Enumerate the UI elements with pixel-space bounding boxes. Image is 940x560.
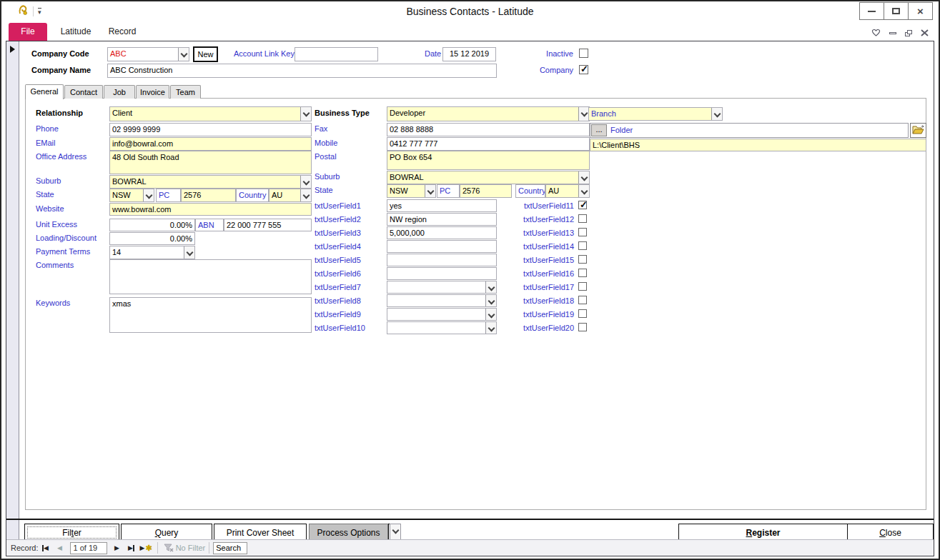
userfield16-label: txtUserField16: [483, 269, 574, 278]
userfield17-checkbox[interactable]: [578, 282, 587, 291]
favorite-heart-icon[interactable]: [871, 26, 881, 39]
payment-terms-dropdown-icon[interactable]: [184, 246, 195, 259]
userfield10-combobox[interactable]: [387, 321, 497, 334]
userfield18-checkbox[interactable]: [578, 296, 587, 304]
record-nav-label: Record:: [11, 544, 39, 552]
tab-invoice[interactable]: Invoice: [136, 85, 169, 99]
tab-job[interactable]: Job: [104, 85, 135, 99]
form-window: Company Code ABC New Account Link Key Da…: [6, 41, 934, 556]
userfield12-checkbox[interactable]: [578, 214, 587, 223]
userfield2-input[interactable]: NW region: [387, 213, 497, 226]
tab-general[interactable]: General: [25, 84, 64, 99]
fax-input[interactable]: 02 888 8888: [387, 123, 590, 136]
userfield5-label: txtUserField5: [315, 256, 361, 264]
userfield20-label: txtUserField20: [483, 324, 574, 332]
userfield16-checkbox[interactable]: [578, 269, 587, 277]
keywords-label: Keywords: [36, 299, 70, 307]
new-button[interactable]: New: [193, 46, 218, 62]
filter-funnel-icon[interactable]: [163, 542, 174, 554]
company-checkbox[interactable]: [579, 65, 588, 74]
unit-excess-input[interactable]: 0.00%: [109, 219, 195, 231]
branch-combobox[interactable]: Branch: [588, 107, 723, 121]
company-name-input[interactable]: ABC Construction: [107, 64, 497, 78]
last-record-button[interactable]: ▶: [126, 542, 137, 554]
suburb-combobox-left[interactable]: BOWRAL: [109, 175, 312, 189]
previous-record-button[interactable]: ◀: [54, 542, 66, 554]
ribbon-tab-latitude[interactable]: Latitude: [55, 23, 97, 41]
phone-input[interactable]: 02 9999 9999: [109, 123, 312, 136]
maximize-button[interactable]: [884, 2, 909, 20]
open-folder-button[interactable]: [910, 123, 926, 138]
website-input[interactable]: www.bowral.com: [109, 203, 312, 216]
userfield14-checkbox[interactable]: [578, 241, 587, 250]
minimize-button[interactable]: [859, 2, 884, 20]
loading-discount-input[interactable]: 0.00%: [109, 232, 195, 245]
userfield19-label: txtUserField19: [483, 310, 574, 319]
suburb-dropdown-icon-middle[interactable]: [578, 171, 590, 184]
tab-team[interactable]: Team: [170, 85, 201, 99]
payment-terms-combobox[interactable]: 14: [109, 246, 195, 259]
record-search-input[interactable]: [213, 542, 247, 554]
country-dropdown-icon-left[interactable]: [300, 189, 312, 202]
userfield11-checkbox[interactable]: [578, 201, 587, 209]
state-combobox-middle[interactable]: NSW: [387, 184, 436, 198]
country-dropdown-icon-middle[interactable]: [578, 184, 590, 198]
userfield3-input[interactable]: 5,000,000: [387, 226, 497, 239]
company-code-combobox[interactable]: ABC: [107, 47, 189, 61]
branch-dropdown-icon[interactable]: [711, 107, 723, 121]
business-type-combobox[interactable]: Developer: [387, 106, 590, 121]
userfield19-checkbox[interactable]: [578, 309, 587, 318]
relationship-label: Relationship: [36, 109, 83, 117]
relationship-combobox[interactable]: Client: [109, 106, 312, 121]
mobile-input[interactable]: 0412 777 777: [387, 137, 590, 151]
pc-input-middle[interactable]: 2576: [460, 184, 512, 198]
state-combobox-left[interactable]: NSW: [109, 189, 154, 202]
userfield13-checkbox[interactable]: [578, 228, 587, 236]
suburb-combobox-middle[interactable]: BOWRAL: [387, 171, 590, 184]
new-record-button[interactable]: ▶✱: [140, 542, 152, 554]
userfield8-combobox[interactable]: [387, 294, 497, 307]
suburb-dropdown-icon-left[interactable]: [300, 175, 312, 189]
userfield1-input[interactable]: yes: [387, 199, 497, 212]
form-close-icon[interactable]: [921, 26, 929, 39]
date-input[interactable]: 15 12 2019: [442, 47, 496, 61]
first-record-button[interactable]: ◀: [40, 542, 51, 554]
record-position-box[interactable]: 1 of 19: [70, 542, 107, 554]
userfield4-input[interactable]: [387, 240, 497, 253]
country-combobox-middle[interactable]: AU: [545, 184, 590, 198]
company-code-dropdown-icon[interactable]: [178, 47, 189, 61]
userfield9-combobox[interactable]: [387, 308, 497, 321]
next-record-button[interactable]: ▶: [112, 542, 123, 554]
record-selector-bar[interactable]: [6, 41, 19, 539]
userfield15-checkbox[interactable]: [578, 255, 587, 264]
tab-contact[interactable]: Contact: [64, 85, 103, 99]
account-link-key-input[interactable]: [295, 47, 378, 61]
comments-textarea[interactable]: [109, 259, 312, 294]
userfield5-input[interactable]: [387, 254, 497, 266]
folder-open-icon: [912, 124, 924, 137]
inactive-checkbox[interactable]: [579, 49, 588, 58]
country-combobox-left[interactable]: AU: [269, 189, 312, 202]
userfield6-input[interactable]: [387, 267, 497, 280]
userfield12-label: txtUserField12: [483, 215, 574, 224]
keywords-textarea[interactable]: xmas: [109, 297, 312, 333]
office-address-input[interactable]: 48 Old South Road: [109, 151, 312, 174]
userfield7-combobox[interactable]: [387, 281, 497, 294]
abn-input[interactable]: 22 000 777 555: [224, 219, 312, 231]
postal-input[interactable]: PO Box 654: [387, 151, 590, 170]
state-label-middle: State: [315, 186, 333, 194]
form-restore-icon[interactable]: [905, 30, 912, 36]
email-input[interactable]: info@bowral.com: [109, 137, 312, 151]
relationship-dropdown-icon[interactable]: [300, 106, 312, 121]
ribbon-tab-file[interactable]: File: [9, 23, 47, 41]
state-dropdown-icon-left[interactable]: [143, 189, 154, 202]
ribbon-tab-record[interactable]: Record: [102, 23, 143, 41]
folder-path-input[interactable]: L:\Client\BHS: [590, 139, 926, 151]
folder-label: Folder: [610, 126, 633, 134]
close-button[interactable]: ×: [908, 2, 933, 20]
folder-browse-button[interactable]: ...: [591, 124, 607, 136]
pc-input-left[interactable]: 2576: [181, 189, 236, 202]
state-dropdown-icon-middle[interactable]: [425, 184, 436, 198]
userfield20-checkbox[interactable]: [578, 323, 587, 331]
form-minimize-icon[interactable]: [889, 32, 896, 34]
